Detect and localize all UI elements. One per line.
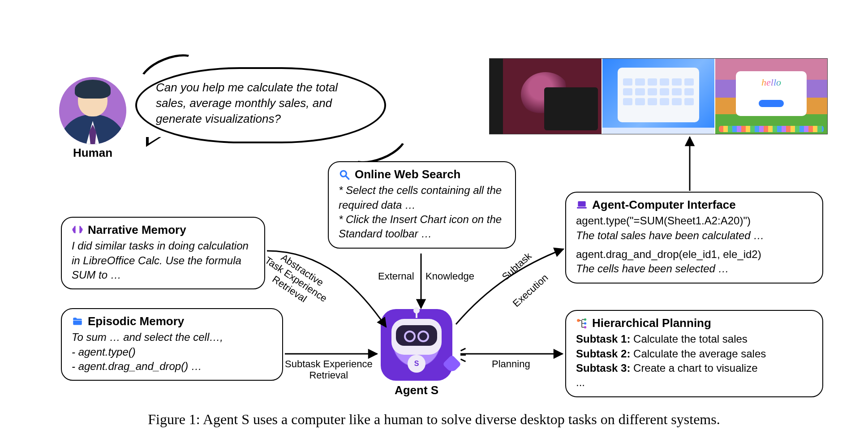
folder-icon [72, 316, 83, 327]
aci-note2: The cells have been selected … [576, 262, 812, 276]
planning-title: Hierarchical Planning [592, 316, 711, 330]
human-label: Human [59, 146, 126, 160]
hello-text: hello [761, 77, 781, 88]
svg-point-6 [584, 322, 586, 324]
svg-line-1 [346, 176, 349, 179]
edge-subtask: Subtask [500, 250, 534, 283]
human-avatar: Human [59, 77, 126, 160]
planning-card: Hierarchical Planning Subtask 1: Calcula… [565, 310, 823, 397]
plan-s3p: Subtask 3: [576, 362, 630, 374]
aci-card: Agent-Computer Interface agent.type("=SU… [565, 192, 823, 284]
search-icon [339, 169, 350, 181]
svg-rect-2 [578, 201, 585, 206]
web-search-l1: * Select the cells containing all the re… [339, 183, 505, 212]
narrative-body: I did similar tasks in doing calculation… [72, 239, 254, 282]
web-search-title: Online Web Search [355, 168, 460, 181]
plan-s3: Create a chart to visualize [630, 362, 757, 374]
web-search-l2: * Click the Insert Chart icon on the Sta… [339, 212, 505, 241]
aci-code2: agent.drag_and_drop(ele_id1, ele_id2) [576, 247, 812, 262]
windows-screenshot [602, 59, 714, 134]
agent-label: Agent S [381, 383, 452, 397]
figure-caption: Figure 1: Agent S uses a computer like a… [0, 411, 868, 428]
episodic-b2: - agent.drag_and_drop() … [72, 359, 272, 374]
web-search-card: Online Web Search * Select the cells con… [328, 161, 516, 249]
edge-knowledge: Knowledge [425, 271, 474, 282]
aci-title: Agent-Computer Interface [592, 198, 736, 212]
macos-screenshot: hello [715, 59, 827, 134]
plan-s2: Calculate the average sales [630, 348, 766, 360]
edge-external: External [378, 271, 414, 282]
narrative-memory-card: Narrative Memory I did similar tasks in … [61, 217, 265, 289]
edge-execution: Execution [511, 272, 550, 309]
edge-abstractive: Abstractive Task Experience Retrieval [257, 245, 335, 314]
edge-planning: Planning [492, 358, 530, 370]
narrative-title: Narrative Memory [88, 223, 186, 237]
svg-rect-3 [577, 207, 587, 208]
aci-note1: The total sales have been calculated … [576, 228, 812, 243]
os-screenshots: hello [489, 58, 828, 134]
agent-s: S Agent S [381, 309, 452, 397]
plan-s1: Calculate the total sales [630, 333, 747, 345]
episodic-b1: - agent.type() [72, 345, 272, 359]
plan-ell: ... [576, 375, 812, 390]
aci-code1: agent.type("=SUM(Sheet1.A2:A20)") [576, 214, 812, 228]
edge-subexp: Subtask Experience Retrieval [285, 358, 373, 381]
episodic-intro: To sum … and select the cell…, [72, 330, 272, 344]
plan-s2p: Subtask 2: [576, 348, 630, 360]
svg-point-7 [584, 326, 586, 328]
episodic-title: Episodic Memory [88, 314, 184, 328]
svg-point-5 [584, 318, 586, 320]
episodic-memory-card: Episodic Memory To sum … and select the … [61, 308, 283, 381]
hierarchy-icon [576, 318, 588, 329]
laptop-icon [576, 199, 588, 211]
brain-icon [72, 224, 83, 236]
speech-text: Can you help me calculate the total sale… [156, 81, 338, 125]
plan-s1p: Subtask 1: [576, 333, 630, 345]
agent-badge: S [408, 355, 425, 373]
ubuntu-screenshot [490, 59, 602, 134]
